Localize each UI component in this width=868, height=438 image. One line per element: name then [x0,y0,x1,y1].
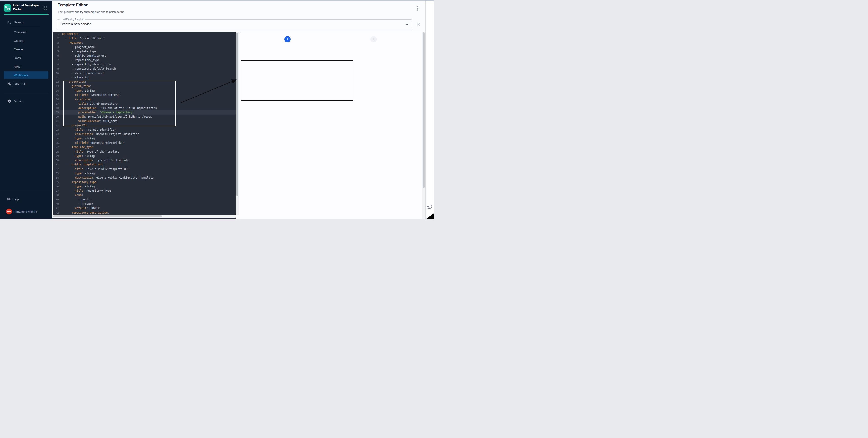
brand-title: Internal Developer Portal [13,4,40,11]
brand-divider [4,14,49,15]
code-line[interactable]: 3 required: [53,41,236,45]
sidebar-item-catalog[interactable]: Catalog [0,36,52,45]
code-text: - project_name [62,45,95,48]
code-line[interactable]: 15 ui:field: SelectFieldFromApi [53,93,236,97]
code-line[interactable]: 1parameters: [53,32,236,36]
code-line[interactable]: 12 properties: [53,80,236,84]
code-text: github_repo: [62,85,91,88]
code-line[interactable]: 6 - public_template_url [53,54,236,58]
step-1-circle[interactable]: 1 [284,36,290,42]
code-line[interactable]: 21 valueSelector: full_name [53,119,236,124]
editor-hscrollbar-thumb[interactable] [53,215,162,217]
editor-bottom-strip [52,217,236,219]
line-number: 18 [53,106,59,110]
page-title: Template Editor [58,3,88,7]
code-line[interactable]: 28 title: Type of the Template [53,149,236,154]
code-line[interactable]: 39 - public [53,198,236,202]
top-edge-line [0,0,434,1]
line-number: 11 [53,75,59,80]
kebab-menu-icon[interactable] [417,6,418,11]
apps-grid-icon[interactable] [43,6,46,10]
form-preview-panel [239,32,425,219]
code-line[interactable]: 7 - repository_type [53,58,236,62]
code-text: default: Public [62,207,99,210]
code-line[interactable]: 8 - repositoty_description [53,62,236,67]
code-line[interactable]: 13 github_repo: [53,84,236,88]
code-text: - template_type [62,50,96,53]
code-text: ui:options: [62,98,93,101]
sidebar-search[interactable]: Search [0,20,52,25]
sidebar-item-workflows[interactable]: Workflows [4,71,49,79]
code-text: type: string [62,89,95,92]
code-text: - repository_type [62,59,99,62]
user-name: Himanshu Mishra [13,210,37,213]
code-line[interactable]: 32 title: Give a Public template URL [53,167,236,171]
load-template-select[interactable]: Load Existing Template Create a new serv… [57,20,412,29]
code-text: placeholder: 'Choose a Repository' [62,111,134,114]
code-line[interactable]: 34 description: Give a Public Cookiecutt… [53,176,236,180]
sidebar-item-overview[interactable]: Overview [0,28,52,36]
dropdown-caret-icon [406,24,408,25]
code-text: parameters: [62,32,80,35]
code-line[interactable]: 11 - slack_id [53,75,236,80]
code-line[interactable]: 42 repositoty_description: [53,211,236,215]
code-line[interactable]: 19 placeholder: 'Choose a Repository' [53,110,236,114]
code-line[interactable]: 20 path: proxy/github-api/users/OrkoHunt… [53,114,236,119]
line-number: 15 [53,93,59,97]
clear-template-button[interactable] [416,22,420,27]
code-line[interactable]: 27 template_type: [53,145,236,149]
sidebar-divider [4,92,49,93]
chat-bubbles-icon[interactable] [427,204,433,211]
line-number: 13 [53,84,59,88]
sidebar-item-help[interactable]: ? Help [0,196,52,203]
panel-scrollbar-thumb[interactable] [423,32,425,188]
sidebar-item-create[interactable]: Create [0,45,52,54]
line-number: 33 [53,171,59,176]
line-number: 42 [53,211,59,215]
code-line[interactable]: 16 ui:options: [53,97,236,101]
code-line[interactable]: 2 - title: Service Details [53,36,236,40]
line-number: 8 [53,62,59,67]
code-line[interactable]: 5 - template_type [53,49,236,54]
code-text: type: string [62,137,95,140]
code-line[interactable]: 14 type: string [53,89,236,93]
code-line[interactable]: 41 default: Public [53,206,236,210]
line-number: 17 [53,102,59,106]
code-line[interactable]: 9 - repository_default_branch [53,67,236,71]
code-line[interactable]: 10 - direct_push_branch [53,71,236,75]
editor-vscrollbar-thumb[interactable] [236,33,238,196]
sidebar-item-admin[interactable]: Admin [0,97,52,105]
step-2-circle[interactable]: 2 [370,36,377,42]
code-line[interactable]: 24 description: Harness Project Identifi… [53,132,236,136]
code-text: - public_template_url [62,54,106,57]
code-text: ui:field: HarnessProjectPicker [62,141,124,144]
code-line[interactable]: 33 type: string [53,171,236,176]
sidebar-item-apis[interactable]: APIs [0,62,52,71]
code-line[interactable]: 35 repository_type: [53,180,236,184]
sidebar-bottom-divider [0,191,52,191]
code-line[interactable]: 18 description: Pick one of the GitHub R… [53,106,236,110]
yaml-code-editor[interactable]: 1parameters:2 - title: Service Details3 … [53,32,236,215]
code-line[interactable]: 17 title: GitHub Repository [53,102,236,106]
idp-logo[interactable] [4,4,11,12]
code-line[interactable]: 36 type: string [53,184,236,189]
code-line[interactable]: 40 - private [53,202,236,206]
line-number: 39 [53,198,59,202]
code-text: description: Give a Public Cookiecutter … [62,176,154,179]
code-line[interactable]: 37 title: Repository Type [53,189,236,193]
code-line[interactable]: 23 title: Project Identifier [53,128,236,132]
sidebar-item-docs[interactable]: Docs [0,54,52,62]
code-line[interactable]: 25 type: string [53,136,236,141]
line-number: 9 [53,67,59,71]
code-line[interactable]: 38 enum: [53,193,236,197]
code-line[interactable]: 4 - project_name [53,45,236,49]
code-line[interactable]: 22 projectId: [53,124,236,128]
idp-logo-glyph [4,4,11,12]
devtools-label: DevTools [14,82,27,86]
code-line[interactable]: 31 public_template_url: [53,163,236,167]
sidebar-item-devtools[interactable]: DevTools [0,80,52,87]
code-line[interactable]: 26 ui:field: HarnessProjectPicker [53,141,236,145]
code-line[interactable]: 30 description: Type of the Template [53,158,236,163]
code-line[interactable]: 29 type: string [53,154,236,158]
user-row[interactable]: HM Himanshu Mishra [0,207,52,216]
